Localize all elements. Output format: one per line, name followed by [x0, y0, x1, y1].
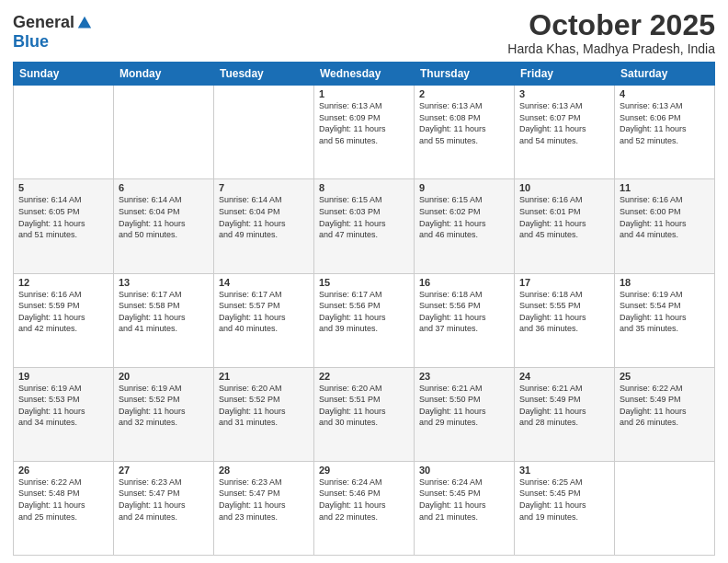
header: General Blue October 2025 Harda Khas, Ma…: [13, 9, 715, 56]
day-number: 7: [219, 182, 309, 193]
day-info: Sunrise: 6:22 AM Sunset: 5:49 PM Dayligh…: [620, 383, 710, 429]
table-row: 29Sunrise: 6:24 AM Sunset: 5:46 PM Dayli…: [314, 461, 415, 555]
day-number: 4: [620, 88, 710, 99]
day-number: 16: [419, 277, 509, 288]
day-info: Sunrise: 6:16 AM Sunset: 5:59 PM Dayligh…: [18, 289, 108, 335]
day-number: 24: [519, 371, 609, 382]
day-info: Sunrise: 6:17 AM Sunset: 5:56 PM Dayligh…: [319, 289, 409, 335]
calendar-week-row: 26Sunrise: 6:22 AM Sunset: 5:48 PM Dayli…: [14, 461, 715, 555]
day-info: Sunrise: 6:24 AM Sunset: 5:45 PM Dayligh…: [419, 477, 509, 523]
table-row: 17Sunrise: 6:18 AM Sunset: 5:55 PM Dayli…: [515, 273, 615, 367]
day-number: 9: [419, 182, 509, 193]
day-number: 29: [319, 465, 409, 476]
day-info: Sunrise: 6:22 AM Sunset: 5:48 PM Dayligh…: [18, 477, 108, 523]
day-number: 15: [319, 277, 409, 288]
table-row: 31Sunrise: 6:25 AM Sunset: 5:45 PM Dayli…: [515, 461, 615, 555]
day-info: Sunrise: 6:19 AM Sunset: 5:54 PM Dayligh…: [620, 289, 710, 335]
location: Harda Khas, Madhya Pradesh, India: [507, 41, 715, 56]
day-number: 17: [519, 277, 609, 288]
table-row: 12Sunrise: 6:16 AM Sunset: 5:59 PM Dayli…: [14, 273, 114, 367]
day-number: 5: [18, 182, 108, 193]
table-row: 2Sunrise: 6:13 AM Sunset: 6:08 PM Daylig…: [415, 86, 515, 179]
table-row: 11Sunrise: 6:16 AM Sunset: 6:00 PM Dayli…: [615, 179, 715, 273]
table-row: 19Sunrise: 6:19 AM Sunset: 5:53 PM Dayli…: [14, 367, 114, 461]
day-number: 3: [519, 88, 609, 99]
table-row: 10Sunrise: 6:16 AM Sunset: 6:01 PM Dayli…: [515, 179, 615, 273]
day-info: Sunrise: 6:13 AM Sunset: 6:09 PM Dayligh…: [319, 100, 409, 146]
table-row: 22Sunrise: 6:20 AM Sunset: 5:51 PM Dayli…: [314, 367, 415, 461]
table-row: 14Sunrise: 6:17 AM Sunset: 5:57 PM Dayli…: [214, 273, 314, 367]
day-info: Sunrise: 6:20 AM Sunset: 5:51 PM Dayligh…: [319, 383, 409, 429]
table-row: [214, 86, 314, 179]
col-wednesday: Wednesday: [314, 63, 415, 86]
day-info: Sunrise: 6:17 AM Sunset: 5:57 PM Dayligh…: [219, 289, 309, 335]
day-info: Sunrise: 6:16 AM Sunset: 6:01 PM Dayligh…: [519, 194, 609, 240]
day-info: Sunrise: 6:19 AM Sunset: 5:52 PM Dayligh…: [119, 383, 209, 429]
day-number: 13: [119, 277, 209, 288]
calendar-week-row: 1Sunrise: 6:13 AM Sunset: 6:09 PM Daylig…: [14, 86, 715, 179]
table-row: 9Sunrise: 6:15 AM Sunset: 6:02 PM Daylig…: [415, 179, 515, 273]
day-number: 12: [18, 277, 108, 288]
day-info: Sunrise: 6:18 AM Sunset: 5:55 PM Dayligh…: [519, 289, 609, 335]
col-sunday: Sunday: [14, 63, 114, 86]
day-info: Sunrise: 6:23 AM Sunset: 5:47 PM Dayligh…: [119, 477, 209, 523]
calendar-week-row: 12Sunrise: 6:16 AM Sunset: 5:59 PM Dayli…: [14, 273, 715, 367]
svg-marker-0: [78, 16, 91, 28]
table-row: 25Sunrise: 6:22 AM Sunset: 5:49 PM Dayli…: [615, 367, 715, 461]
day-info: Sunrise: 6:19 AM Sunset: 5:53 PM Dayligh…: [18, 383, 108, 429]
day-number: 19: [18, 371, 108, 382]
day-info: Sunrise: 6:14 AM Sunset: 6:05 PM Dayligh…: [18, 194, 108, 240]
col-monday: Monday: [114, 63, 214, 86]
day-number: 6: [119, 182, 209, 193]
day-number: 21: [219, 371, 309, 382]
table-row: 6Sunrise: 6:14 AM Sunset: 6:04 PM Daylig…: [114, 179, 214, 273]
day-info: Sunrise: 6:13 AM Sunset: 6:08 PM Dayligh…: [419, 100, 509, 146]
table-row: 26Sunrise: 6:22 AM Sunset: 5:48 PM Dayli…: [14, 461, 114, 555]
table-row: 21Sunrise: 6:20 AM Sunset: 5:52 PM Dayli…: [214, 367, 314, 461]
day-number: 25: [620, 371, 710, 382]
table-row: 24Sunrise: 6:21 AM Sunset: 5:49 PM Dayli…: [515, 367, 615, 461]
day-number: 18: [620, 277, 710, 288]
table-row: [615, 461, 715, 555]
page: General Blue October 2025 Harda Khas, Ma…: [0, 0, 728, 563]
day-number: 22: [319, 371, 409, 382]
table-row: 8Sunrise: 6:15 AM Sunset: 6:03 PM Daylig…: [314, 179, 415, 273]
table-row: 23Sunrise: 6:21 AM Sunset: 5:50 PM Dayli…: [415, 367, 515, 461]
table-row: [14, 86, 114, 179]
col-thursday: Thursday: [415, 63, 515, 86]
table-row: 18Sunrise: 6:19 AM Sunset: 5:54 PM Dayli…: [615, 273, 715, 367]
day-number: 2: [419, 88, 509, 99]
day-info: Sunrise: 6:24 AM Sunset: 5:46 PM Dayligh…: [319, 477, 409, 523]
day-info: Sunrise: 6:16 AM Sunset: 6:00 PM Dayligh…: [620, 194, 710, 240]
logo-general: General: [13, 13, 74, 32]
table-row: 1Sunrise: 6:13 AM Sunset: 6:09 PM Daylig…: [314, 86, 415, 179]
calendar-week-row: 5Sunrise: 6:14 AM Sunset: 6:05 PM Daylig…: [14, 179, 715, 273]
logo: General Blue: [13, 13, 93, 52]
day-info: Sunrise: 6:14 AM Sunset: 6:04 PM Dayligh…: [119, 194, 209, 240]
day-number: 30: [419, 465, 509, 476]
calendar-header-row: Sunday Monday Tuesday Wednesday Thursday…: [14, 63, 715, 86]
day-info: Sunrise: 6:18 AM Sunset: 5:56 PM Dayligh…: [419, 289, 509, 335]
day-number: 20: [119, 371, 209, 382]
table-row: 28Sunrise: 6:23 AM Sunset: 5:47 PM Dayli…: [214, 461, 314, 555]
table-row: [114, 86, 214, 179]
day-number: 14: [219, 277, 309, 288]
day-number: 28: [219, 465, 309, 476]
col-saturday: Saturday: [615, 63, 715, 86]
calendar-week-row: 19Sunrise: 6:19 AM Sunset: 5:53 PM Dayli…: [14, 367, 715, 461]
day-number: 26: [18, 465, 108, 476]
day-info: Sunrise: 6:15 AM Sunset: 6:02 PM Dayligh…: [419, 194, 509, 240]
table-row: 16Sunrise: 6:18 AM Sunset: 5:56 PM Dayli…: [415, 273, 515, 367]
day-number: 31: [519, 465, 609, 476]
table-row: 15Sunrise: 6:17 AM Sunset: 5:56 PM Dayli…: [314, 273, 415, 367]
day-info: Sunrise: 6:21 AM Sunset: 5:49 PM Dayligh…: [519, 383, 609, 429]
table-row: 7Sunrise: 6:14 AM Sunset: 6:04 PM Daylig…: [214, 179, 314, 273]
logo-text: General: [13, 13, 93, 32]
day-info: Sunrise: 6:23 AM Sunset: 5:47 PM Dayligh…: [219, 477, 309, 523]
day-number: 23: [419, 371, 509, 382]
day-number: 11: [620, 182, 710, 193]
logo-icon: [76, 15, 93, 31]
table-row: 30Sunrise: 6:24 AM Sunset: 5:45 PM Dayli…: [415, 461, 515, 555]
day-info: Sunrise: 6:13 AM Sunset: 6:06 PM Dayligh…: [620, 100, 710, 146]
table-row: 3Sunrise: 6:13 AM Sunset: 6:07 PM Daylig…: [515, 86, 615, 179]
